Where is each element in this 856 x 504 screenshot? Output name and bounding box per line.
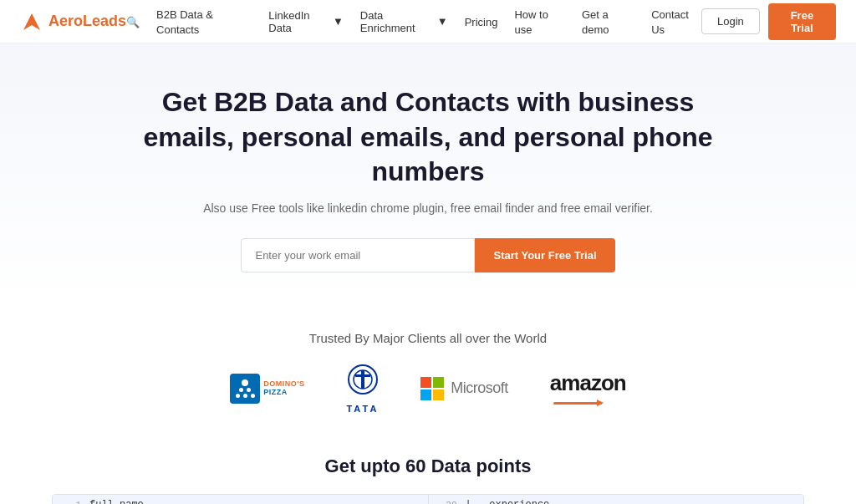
nav-link-pricing[interactable]: Pricing xyxy=(465,16,498,28)
login-button[interactable]: Login xyxy=(701,8,760,34)
nav-link-how-to-use[interactable]: How to use xyxy=(514,8,548,36)
logo-text: AeroLeads xyxy=(48,13,126,30)
nav-links: 🔍 B2B Data & Contacts LinkedIn Data ▼ Da… xyxy=(126,7,701,37)
hero-form: Start Your Free Trial xyxy=(33,238,823,272)
microsoft-logo: Microsoft xyxy=(420,377,508,400)
table-row: 1full_name xyxy=(53,495,428,504)
nav-item-pricing[interactable]: Pricing xyxy=(465,14,498,29)
nav-item-contact[interactable]: Contact Us xyxy=(651,7,701,37)
email-input[interactable] xyxy=(241,238,475,272)
microsoft-icon xyxy=(420,377,444,400)
dominos-text: DOMINO'S PIZZA xyxy=(263,380,304,397)
dominos-icon xyxy=(230,374,260,404)
tata-emblem-icon xyxy=(347,364,379,395)
microsoft-text: Microsoft xyxy=(451,379,508,397)
dominos-dot-mid xyxy=(239,388,251,392)
dominos-dot-bot xyxy=(236,394,255,398)
data-section-title: Get upto 60 Data points xyxy=(33,456,823,477)
nav-link-linkedin[interactable]: LinkedIn Data ▼ xyxy=(268,9,343,34)
chevron-down-icon: ▼ xyxy=(333,15,344,28)
ms-sq-green xyxy=(433,377,444,388)
trusted-logos: DOMINO'S PIZZA TATA Microsoft xyxy=(33,364,823,414)
svg-rect-3 xyxy=(361,370,364,389)
dominos-dot xyxy=(242,379,248,386)
amazon-logo: amazon xyxy=(550,370,626,406)
hero-headline: Get B2B Data and Contacts with business … xyxy=(135,85,721,190)
trusted-title: Trusted By Major Clients all over the Wo… xyxy=(33,331,823,345)
nav-link-get-demo[interactable]: Get a demo xyxy=(582,8,609,36)
cta-button[interactable]: Start Your Free Trial xyxy=(475,238,614,272)
navbar: AeroLeads 🔍 B2B Data & Contacts LinkedIn… xyxy=(0,0,856,43)
data-col-right: 30|-- experience31| |-- company32| | |--… xyxy=(429,495,804,504)
nav-search-icon: 🔍 xyxy=(126,14,140,29)
amazon-arrow-icon xyxy=(550,400,609,406)
amazon-text: amazon xyxy=(550,370,626,396)
hero-subtext: Also use Free tools like linkedin chrome… xyxy=(33,201,823,215)
nav-item-b2b[interactable]: B2B Data & Contacts xyxy=(156,7,252,37)
nav-item-get-demo[interactable]: Get a demo xyxy=(582,7,634,37)
free-trial-button[interactable]: Free Trial xyxy=(768,3,836,40)
logo[interactable]: AeroLeads xyxy=(20,10,126,33)
ms-sq-red xyxy=(420,377,431,388)
svg-marker-0 xyxy=(23,13,40,30)
nav-item-linkedin[interactable]: LinkedIn Data ▼ xyxy=(268,9,343,34)
nav-link-contact[interactable]: Contact Us xyxy=(651,8,689,36)
trusted-section: Trusted By Major Clients all over the Wo… xyxy=(0,306,856,430)
aeroleads-logo-icon xyxy=(20,10,43,33)
tata-text: TATA xyxy=(346,404,379,414)
ms-sq-blue xyxy=(420,389,431,400)
nav-item-how-to-use[interactable]: How to use xyxy=(514,7,565,37)
data-col-left: 1full_name2first_name3last_name4personal… xyxy=(53,495,429,504)
nav-item-enrichment[interactable]: Data Enrichment ▼ xyxy=(360,9,448,34)
tata-logo: TATA xyxy=(346,364,379,414)
chevron-down-icon: ▼ xyxy=(437,15,448,28)
nav-actions: Login Free Trial xyxy=(701,3,836,40)
svg-rect-4 xyxy=(355,374,370,377)
ms-sq-yellow xyxy=(433,389,444,400)
nav-link-enrichment[interactable]: Data Enrichment ▼ xyxy=(360,9,448,34)
data-section: Get upto 60 Data points 1full_name2first… xyxy=(0,430,856,504)
data-table: 1full_name2first_name3last_name4personal… xyxy=(52,494,804,504)
nav-link-b2b[interactable]: B2B Data & Contacts xyxy=(156,8,213,36)
dominos-logo: DOMINO'S PIZZA xyxy=(230,374,304,404)
amazon-arrow-line xyxy=(553,402,602,405)
table-row: 30|-- experience xyxy=(429,495,804,504)
hero-section: Get B2B Data and Contacts with business … xyxy=(0,43,856,306)
